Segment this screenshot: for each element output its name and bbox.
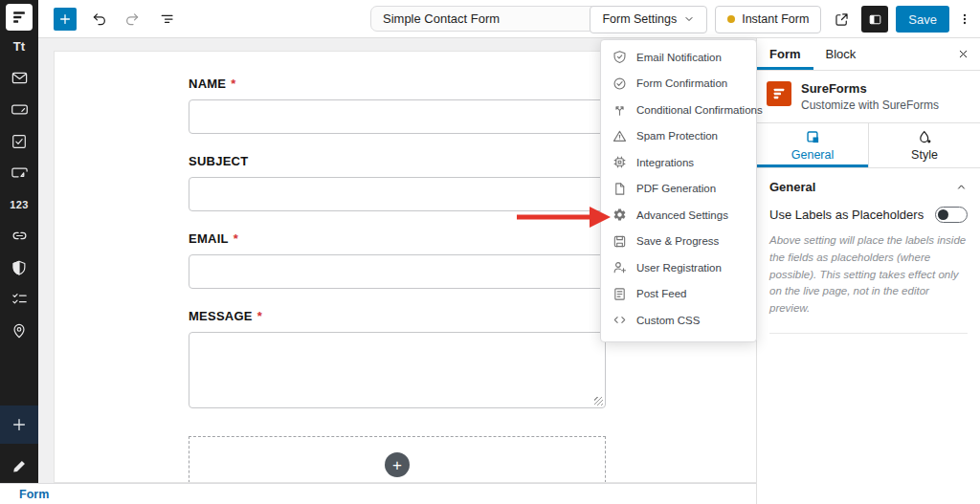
sidebar-item-dropdown-field[interactable] (0, 157, 38, 188)
redo-button[interactable] (121, 7, 145, 32)
sidebar-item-address-field[interactable] (0, 315, 38, 346)
close-sidebar-button[interactable] (946, 38, 980, 70)
sidebar-item-input-field[interactable] (0, 94, 38, 125)
edit-mode-button[interactable] (0, 449, 38, 482)
menu-item-pdf-generation[interactable]: PDF Generation (601, 176, 756, 203)
menu-item-email-notification[interactable]: Email Notification (601, 44, 756, 71)
add-field-button[interactable] (0, 405, 38, 444)
sureforms-logo-icon[interactable] (6, 4, 33, 31)
circle-check-icon (612, 77, 627, 91)
menu-item-post-feed[interactable]: Post Feed (601, 281, 756, 308)
labels-as-placeholders-toggle[interactable] (935, 207, 968, 223)
multi-choice-icon (11, 290, 29, 308)
field-label-subject: SUBJECT (189, 155, 606, 168)
address-icon (11, 322, 28, 340)
style-tab-icon (918, 130, 932, 144)
name-input[interactable] (189, 99, 606, 134)
message-textarea[interactable] (189, 332, 606, 408)
plus-icon (57, 11, 73, 27)
editor-toolbar: Form Settings Instant Form Save (38, 0, 980, 38)
breadcrumb[interactable]: Form (19, 488, 49, 501)
undo-icon (89, 10, 108, 29)
menu-item-label: Conditional Confirmations (636, 104, 763, 116)
sidebar-item-number-field[interactable]: 123 (0, 188, 38, 220)
general-tab-label: General (791, 148, 834, 162)
preview-external-button[interactable] (829, 7, 854, 32)
pencil-icon (11, 458, 28, 474)
accordion-title: General (769, 180, 815, 194)
email-input[interactable] (189, 254, 606, 289)
sidebar-item-gdpr-field[interactable] (0, 252, 38, 283)
sidebar-item-email-field[interactable] (0, 62, 38, 94)
form-settings-menu: Email Notification Form Confirmation Con… (600, 39, 757, 342)
options-menu-button[interactable] (957, 10, 972, 29)
menu-item-conditional-confirmations[interactable]: Conditional Confirmations (601, 97, 756, 123)
sidebar-tabs: Form Block (757, 38, 980, 71)
gear-icon (612, 208, 627, 222)
checkbox-icon (11, 133, 28, 150)
dropdown-field-icon (11, 164, 29, 182)
menu-item-label: Integrations (636, 157, 694, 168)
field-label-text: NAME (189, 77, 226, 91)
instant-form-dot-icon (727, 15, 735, 23)
branch-icon (612, 102, 627, 117)
shield-check-icon (612, 50, 627, 64)
redo-icon (123, 10, 143, 29)
plugin-description: Customize with SureForms (801, 99, 939, 112)
external-link-icon (833, 11, 851, 29)
tab-general[interactable]: General (757, 123, 868, 167)
instant-form-button[interactable]: Instant Form (715, 6, 821, 33)
menu-item-spam-protection[interactable]: Spam Protection (601, 123, 756, 150)
tab-form[interactable]: Form (757, 38, 813, 70)
undo-button[interactable] (86, 7, 111, 32)
settings-sidebar-toggle-button[interactable] (861, 6, 888, 33)
general-accordion-header[interactable]: General (757, 168, 980, 205)
menu-item-label: Post Feed (636, 288, 686, 299)
tab-block[interactable]: Block (813, 38, 869, 70)
save-button[interactable]: Save (896, 6, 949, 33)
required-marker: * (231, 77, 235, 91)
required-marker: * (234, 231, 238, 246)
general-tab-icon (806, 130, 820, 144)
menu-item-form-confirmation[interactable]: Form Confirmation (601, 71, 756, 98)
settings-sidebar: Form Block SureForms Customize with Sure… (756, 38, 980, 504)
style-tab-label: Style (911, 148, 938, 162)
sidebar-item-checkbox-field[interactable] (0, 125, 38, 157)
menu-item-label: Save & Progress (636, 235, 719, 247)
chevron-up-icon (955, 181, 968, 193)
chevron-down-icon (683, 13, 695, 25)
field-label-email: EMAIL* (189, 232, 606, 246)
menu-item-label: Email Notification (636, 52, 722, 63)
user-plus-icon (612, 260, 627, 274)
sidebar-item-url-field[interactable] (0, 220, 38, 252)
kebab-menu-icon (957, 10, 972, 29)
tab-style[interactable]: Style (868, 123, 980, 167)
form-settings-button[interactable]: Form Settings (590, 6, 707, 33)
block-inserter-button[interactable] (54, 8, 77, 31)
sidebar-item-multi-choice-field[interactable] (0, 283, 38, 315)
menu-item-save-progress[interactable]: Save & Progress (601, 229, 756, 255)
form-settings-label: Form Settings (602, 12, 677, 26)
field-label-text: EMAIL (189, 231, 229, 246)
add-block-button[interactable]: + (385, 452, 410, 477)
menu-item-advanced-settings[interactable]: Advanced Settings (601, 202, 756, 229)
add-block-zone[interactable]: + (189, 436, 606, 483)
field-label-text: MESSAGE (189, 309, 253, 323)
menu-item-label: Advanced Settings (636, 209, 728, 221)
menu-item-label: Custom CSS (636, 315, 700, 326)
plugin-name: SureForms (801, 81, 939, 96)
floppy-icon (612, 234, 627, 249)
sidebar-panel-icon (867, 11, 883, 28)
sidebar-item-text-field[interactable]: Tt (0, 31, 38, 62)
list-view-button[interactable] (155, 7, 180, 32)
menu-item-user-registration[interactable]: User Registration (601, 254, 756, 281)
plugin-header: SureForms Customize with SureForms (757, 71, 980, 123)
instant-form-label: Instant Form (742, 12, 809, 26)
list-view-icon (158, 10, 177, 29)
menu-item-integrations[interactable]: Integrations (601, 149, 756, 176)
menu-item-custom-css[interactable]: Custom CSS (601, 307, 756, 334)
required-marker: * (257, 309, 262, 323)
plus-icon (11, 416, 28, 433)
field-label-text: SUBJECT (189, 154, 248, 168)
input-field-icon (11, 100, 29, 119)
